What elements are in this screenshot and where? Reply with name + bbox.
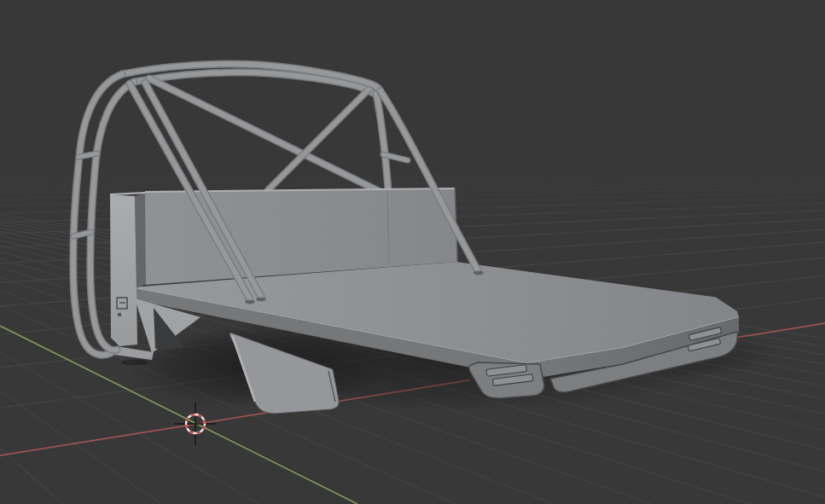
tube-left-crosslink-2	[73, 232, 91, 236]
blender-3d-viewport[interactable]	[0, 0, 825, 504]
tube-left-crosslink-1	[78, 154, 97, 157]
viewport-canvas[interactable]	[0, 0, 825, 504]
